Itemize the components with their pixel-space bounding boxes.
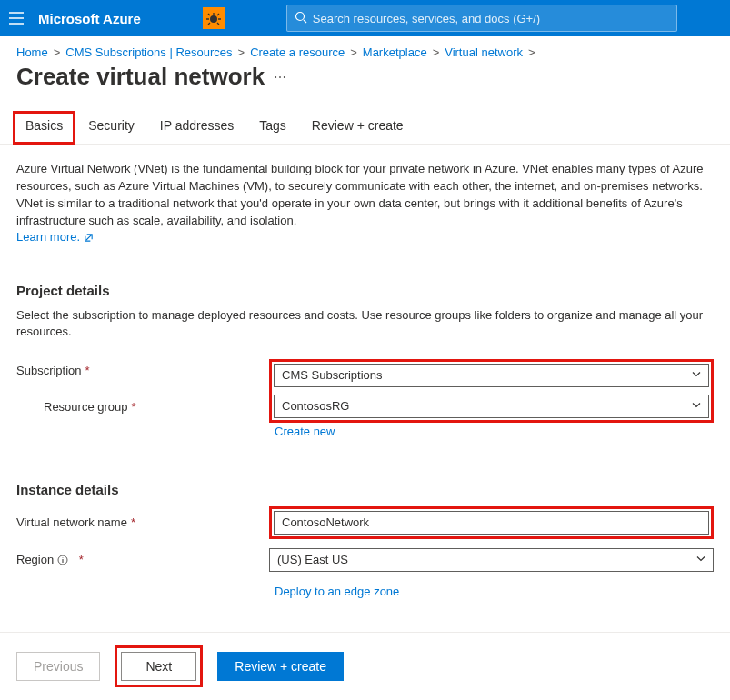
tab-ip-addresses[interactable]: IP addresses	[147, 111, 246, 144]
instance-details-heading: Instance details	[16, 482, 714, 497]
highlight-box-subscription-group: CMS Subscriptions ContososRG	[269, 359, 714, 423]
chevron-right-icon: >	[238, 45, 245, 59]
breadcrumb-home[interactable]: Home	[16, 45, 48, 59]
tab-security[interactable]: Security	[75, 111, 147, 144]
breadcrumb: Home> CMS Subscriptions | Resources> Cre…	[0, 36, 730, 63]
brand-title[interactable]: Microsoft Azure	[38, 11, 141, 26]
breadcrumb-marketplace[interactable]: Marketplace	[363, 45, 427, 59]
vnet-name-label: Virtual network name *	[16, 515, 269, 529]
chevron-right-icon: >	[528, 45, 535, 59]
subscription-label: Subscription *	[16, 364, 269, 377]
highlight-box-next: Next	[115, 645, 203, 687]
resource-group-label: Resource group *	[16, 400, 269, 414]
tabs-area: Basics Security IP addresses Tags Review…	[0, 100, 730, 145]
breadcrumb-subscriptions[interactable]: CMS Subscriptions | Resources	[65, 45, 232, 59]
hamburger-icon[interactable]	[7, 9, 25, 27]
edge-zone-link[interactable]: Deploy to an edge zone	[275, 585, 399, 598]
resource-group-select[interactable]: ContososRG	[274, 395, 709, 418]
bug-icon[interactable]	[203, 7, 225, 29]
region-label: Region *	[16, 553, 269, 566]
tab-tags[interactable]: Tags	[246, 111, 299, 144]
vnet-description: Azure Virtual Network (VNet) is the fund…	[16, 161, 714, 246]
azure-header: Microsoft Azure	[0, 0, 730, 36]
global-search[interactable]	[286, 5, 677, 32]
page-title-row: Create virtual network ⋯	[0, 63, 730, 100]
previous-button: Previous	[16, 652, 100, 681]
breadcrumb-create-resource[interactable]: Create a resource	[250, 45, 345, 59]
tab-basics[interactable]: Basics	[13, 111, 75, 145]
vnet-description-text: Azure Virtual Network (VNet) is the fund…	[16, 162, 704, 227]
next-button[interactable]: Next	[121, 652, 196, 681]
footer-actions: Previous Next Review + create	[0, 632, 730, 700]
tabs: Basics Security IP addresses Tags Review…	[0, 111, 730, 145]
breadcrumb-virtual-network[interactable]: Virtual network	[445, 45, 523, 59]
project-details-heading: Project details	[16, 283, 714, 298]
svg-point-1	[295, 12, 304, 20]
search-input[interactable]	[313, 12, 669, 25]
search-icon	[295, 11, 307, 26]
highlight-box-vnet-name	[269, 506, 714, 539]
tab-review-create[interactable]: Review + create	[299, 111, 416, 144]
region-select[interactable]: (US) East US	[269, 548, 714, 572]
chevron-right-icon: >	[350, 45, 357, 59]
vnet-name-input[interactable]	[274, 511, 709, 535]
chevron-right-icon: >	[433, 45, 440, 59]
form-body: Azure Virtual Network (VNet) is the fund…	[0, 145, 730, 671]
page-title: Create virtual network	[16, 63, 265, 91]
project-details-desc: Select the subscription to manage deploy…	[16, 307, 714, 340]
create-new-link[interactable]: Create new	[275, 425, 335, 438]
chevron-right-icon: >	[54, 45, 61, 59]
info-icon[interactable]	[57, 555, 68, 565]
more-icon[interactable]: ⋯	[274, 70, 286, 85]
subscription-select[interactable]: CMS Subscriptions	[274, 364, 709, 387]
learn-more-link[interactable]: Learn more.	[16, 230, 94, 244]
review-create-button[interactable]: Review + create	[217, 652, 344, 681]
svg-point-0	[210, 15, 217, 23]
